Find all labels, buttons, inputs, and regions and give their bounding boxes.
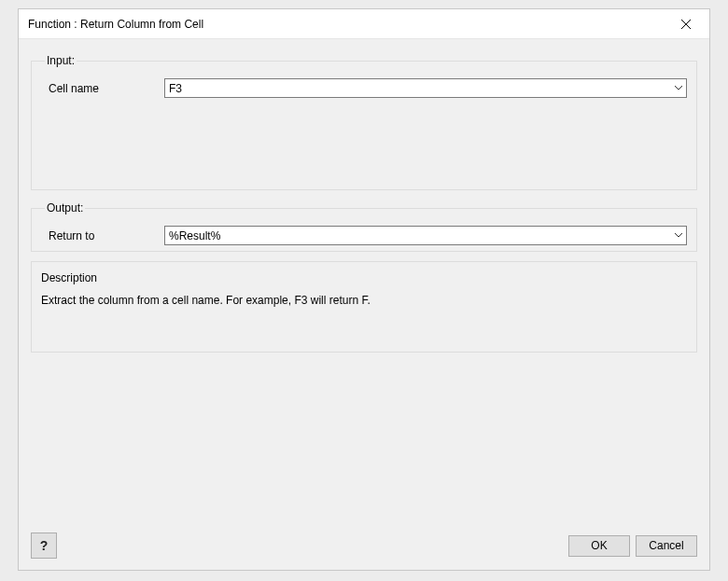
input-group: Input: Cell name: [31, 54, 697, 190]
button-row: ? OK Cancel: [31, 533, 697, 559]
ok-button[interactable]: OK: [568, 535, 630, 557]
return-to-input[interactable]: [165, 227, 670, 244]
chevron-down-icon: [675, 86, 682, 90]
close-icon: [681, 20, 691, 29]
description-group: Description Extract the column from a ce…: [31, 261, 697, 353]
description-legend: Description: [41, 271, 687, 294]
chevron-down-icon: [675, 233, 682, 238]
description-text: Extract the column from a cell name. For…: [41, 294, 687, 307]
cell-name-label: Cell name: [41, 82, 164, 95]
return-to-dropdown-arrow[interactable]: [670, 227, 686, 244]
right-button-group: OK Cancel: [568, 535, 697, 557]
cancel-button-label: Cancel: [649, 539, 683, 552]
ok-button-label: OK: [591, 539, 607, 552]
dialog-title: Function : Return Column from Cell: [28, 18, 203, 31]
help-icon: ?: [40, 538, 49, 553]
return-to-label: Return to: [41, 229, 164, 242]
function-dialog: Function : Return Column from Cell Input…: [18, 8, 710, 571]
titlebar: Function : Return Column from Cell: [19, 9, 709, 39]
output-legend: Output:: [45, 201, 85, 214]
help-button[interactable]: ?: [31, 533, 57, 559]
close-button[interactable]: [672, 13, 700, 35]
output-group: Output: Return to: [31, 201, 697, 252]
cancel-button[interactable]: Cancel: [636, 535, 697, 557]
input-legend: Input:: [45, 54, 77, 67]
cell-name-combobox[interactable]: [164, 78, 687, 98]
return-to-combobox[interactable]: [164, 226, 687, 245]
dialog-body: Input: Cell name Output: Return to: [19, 39, 709, 570]
cell-name-dropdown-arrow[interactable]: [670, 79, 686, 97]
return-to-row: Return to: [41, 226, 687, 245]
cell-name-row: Cell name: [41, 78, 687, 98]
cell-name-input[interactable]: [165, 79, 670, 97]
